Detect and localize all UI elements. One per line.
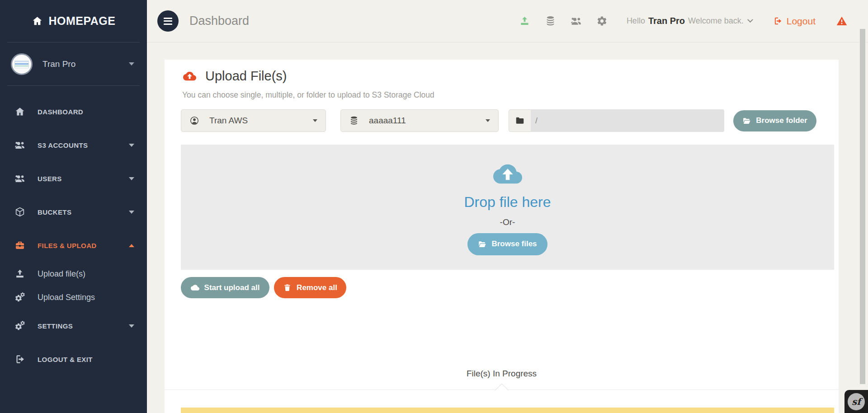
browse-files-button[interactable]: Browse files [467, 233, 547, 255]
cloud-upload-icon [191, 283, 199, 292]
cogs-icon [14, 292, 26, 303]
sidebar-item-logout-exit[interactable]: LOGOUT & EXIT [0, 343, 147, 376]
chevron-down-icon [129, 211, 134, 214]
cogs-icon [14, 320, 26, 331]
home-icon [14, 106, 26, 117]
home-icon [32, 15, 43, 27]
upload-actions: Start upload all Remove all [181, 277, 346, 298]
sidebar-item-upload-settings[interactable]: Upload Settings [0, 286, 147, 309]
sidebar-item-s3-accounts[interactable]: S3 ACCOUNTS [0, 128, 147, 162]
person-icon [189, 116, 199, 126]
sidebar-menu: DASHBOARD S3 ACCOUNTS USERS BUCKETS FILE… [0, 86, 147, 376]
bucket-select-value: aaaaa111 [369, 116, 406, 126]
sidebar-item-buckets[interactable]: BUCKETS [0, 195, 147, 229]
cloud-upload-icon [181, 70, 198, 83]
file-drop-zone[interactable]: Drop file here -Or- Browse files [181, 145, 834, 270]
folder-path-group [509, 109, 724, 132]
sidebar-item-dashboard[interactable]: DASHBOARD [0, 95, 147, 128]
gear-icon[interactable] [596, 15, 608, 27]
sidebar-toggle-button[interactable] [157, 10, 179, 32]
sidebar-item-settings[interactable]: SETTINGS [0, 309, 147, 343]
account-select-value: Tran AWS [209, 116, 248, 126]
avatar-image [14, 61, 29, 68]
folder-open-icon [478, 240, 486, 249]
chevron-down-icon [129, 144, 134, 147]
users-icon [14, 173, 26, 184]
avatar [11, 53, 33, 75]
database-icon[interactable] [545, 15, 556, 27]
progress-highlight-bar [181, 408, 834, 413]
dropzone-title: Drop file here [464, 194, 551, 211]
sidebar: HOMEPAGE Tran Pro DASHBOARD S3 ACCOUNTS … [0, 0, 147, 413]
card-header: Upload File(s) [181, 69, 287, 84]
topbar: Dashboard Hello Tran Pro Welcome back. L… [147, 0, 868, 42]
folder-path-input[interactable] [531, 109, 724, 132]
sign-out-icon [773, 16, 783, 26]
card-title: Upload File(s) [205, 69, 287, 84]
remove-all-button[interactable]: Remove all [274, 277, 346, 298]
profile-menu[interactable]: Tran Pro [0, 42, 147, 85]
folder-icon [509, 109, 531, 132]
files-in-progress-heading: File(s) In Progress [165, 369, 839, 379]
profile-name: Tran Pro [42, 59, 129, 69]
sign-out-icon [14, 354, 26, 365]
users-icon[interactable] [571, 15, 582, 27]
scrollbar[interactable] [860, 29, 865, 384]
greeting-message: Welcome back. [688, 16, 744, 26]
browse-folder-button[interactable]: Browse folder [733, 110, 816, 131]
cube-icon [14, 206, 26, 217]
upload-card: Upload File(s) You can choose single, mu… [165, 60, 839, 413]
card-subtitle: You can choose single, multiple, or fold… [182, 90, 434, 100]
select-arrow-icon [313, 119, 317, 122]
logout-label: Logout [787, 16, 816, 27]
bucket-select[interactable]: aaaaa111 [340, 109, 499, 132]
start-upload-all-button[interactable]: Start upload all [181, 277, 269, 298]
user-greeting-dropdown[interactable]: Hello Tran Pro Welcome back. [627, 16, 752, 26]
logout-link[interactable]: Logout [773, 16, 816, 27]
sf-logo: sf [848, 393, 865, 410]
profiler-badge[interactable]: sf [844, 390, 868, 413]
sidebar-item-files-upload[interactable]: FILES & UPLOAD [0, 229, 147, 262]
chevron-down-icon [129, 324, 134, 328]
cloud-upload-icon [489, 160, 527, 188]
chevron-up-icon [129, 244, 134, 247]
trash-icon [283, 283, 292, 292]
topbar-shortcut-icons [519, 15, 608, 27]
upload-controls: Tran AWS aaaaa111 Browse folder [181, 109, 816, 132]
sidebar-item-users[interactable]: USERS [0, 162, 147, 195]
folder-open-icon [742, 117, 751, 125]
greeting-username: Tran Pro [648, 16, 685, 26]
select-arrow-icon [486, 119, 490, 122]
upload-icon[interactable] [519, 15, 530, 27]
brand-label: HOMEPAGE [49, 14, 116, 28]
chevron-down-icon [129, 177, 134, 180]
briefcase-icon [14, 240, 26, 251]
chevron-down-icon [747, 17, 753, 23]
warning-icon[interactable] [835, 15, 848, 27]
upload-icon [14, 268, 26, 279]
chevron-down-icon [129, 62, 134, 66]
divider-notch [495, 383, 509, 397]
greeting-hello: Hello [627, 16, 645, 26]
dropzone-separator: -Or- [500, 217, 515, 227]
users-icon [14, 140, 26, 150]
database-icon [349, 116, 359, 126]
page-title: Dashboard [189, 14, 249, 28]
account-select[interactable]: Tran AWS [181, 109, 326, 132]
sidebar-item-upload-files[interactable]: Upload file(s) [0, 262, 147, 286]
brand[interactable]: HOMEPAGE [0, 0, 147, 42]
